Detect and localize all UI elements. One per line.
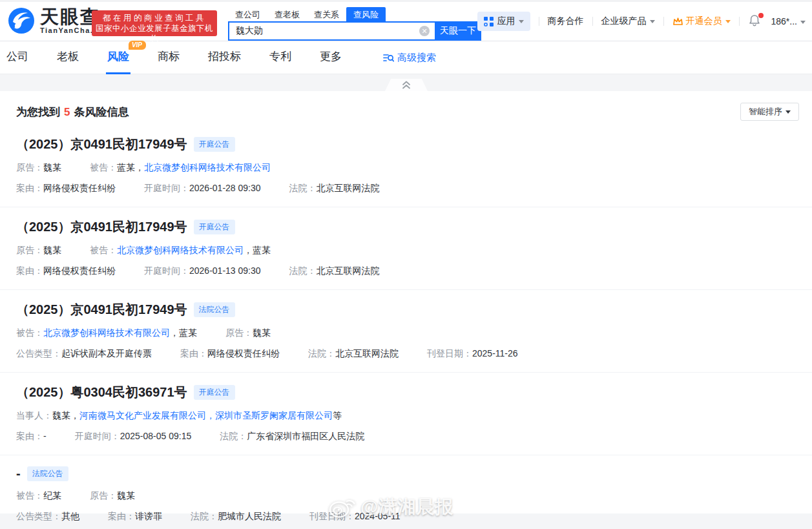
crown-icon [672, 17, 683, 26]
summary-prefix: 为您找到 [16, 106, 60, 118]
announcement-type-tag: 法院公告 [27, 466, 68, 481]
field-value: 北京互联网法院 [317, 183, 380, 193]
results-panel: 为您找到5条风险信息 智能排序 （2025）京0491民初17949号开庭公告原… [0, 91, 812, 513]
promo-banner-line1: 都在用的商业查询工具 [92, 13, 217, 23]
clear-search-icon[interactable]: ✕ [419, 26, 430, 36]
field-value: 2026-01-13 09:30 [189, 265, 261, 276]
company-link[interactable]: ， [206, 410, 215, 420]
promo-banner-line2: 国家中小企业发展子基金旗下机构 [92, 23, 217, 44]
field-value: 其他 [61, 511, 79, 521]
promo-banner: 都在用的商业查询工具 国家中小企业发展子基金旗下机构 [92, 10, 217, 36]
search-tab-2[interactable]: 查关系 [307, 7, 346, 21]
field-value: 诽谤罪 [135, 511, 162, 521]
field-value: 魏某 [117, 490, 135, 501]
card-meta-row: 被告：北京微梦创科网络技术有限公司，蓝某原告：魏某 [16, 327, 796, 339]
field-value: 2025-11-26 [472, 348, 518, 358]
chevron-down-icon [650, 20, 655, 23]
announcement-type-tag: 开庭公告 [194, 220, 235, 234]
nav-tab-4[interactable]: 招投标 [207, 42, 242, 74]
notifications-bell[interactable] [748, 14, 762, 28]
field-value: 2025-08-05 09:15 [120, 431, 192, 441]
top-menu: 应用 商务合作 企业级产品 开通会员 186*... [477, 11, 806, 32]
notification-dot [758, 13, 764, 18]
company-link[interactable]: 北京微梦创科网络技术有限公司 [117, 245, 244, 255]
field-label: 刊登日期： [309, 511, 355, 521]
nav-tab-1[interactable]: 老板 [56, 42, 80, 74]
result-card: （2025）京0491民初17949号开庭公告原告：魏某被告：蓝某，北京微梦创科… [0, 125, 812, 207]
company-link[interactable]: 河南微马文化产业发展有限公司 [79, 410, 206, 420]
summary-suffix: 条风险信息 [74, 106, 129, 118]
account-menu[interactable]: 186*... [771, 16, 806, 26]
search-tab-0[interactable]: 查公司 [228, 7, 267, 21]
vip-badge: VIP [129, 41, 146, 50]
card-meta-row: 公告类型：起诉状副本及开庭传票案由：网络侵权责任纠纷法院：北京互联网法院刊登日期… [16, 347, 796, 360]
case-number-title[interactable]: （2025）京0491民初17949号 [16, 218, 187, 236]
card-meta-row: 被告：纪某原告：魏某 [16, 490, 796, 502]
case-number-title[interactable]: - [16, 466, 21, 481]
menu-divider [663, 17, 664, 26]
advanced-search-icon [383, 53, 394, 63]
case-number-title[interactable]: （2025）粤0304民初36971号 [16, 384, 187, 401]
chevron-down-icon [725, 20, 731, 23]
search-input[interactable] [228, 21, 435, 41]
nav-tab-0[interactable]: 公司 [5, 42, 30, 74]
field-label: 被告： [90, 162, 117, 172]
collapse-handle[interactable] [385, 79, 428, 91]
field-label: 被告： [90, 245, 117, 255]
nav-tab-6[interactable]: 更多 [318, 42, 343, 74]
search-tab-3[interactable]: 查风险 [346, 7, 386, 21]
result-cards: （2025）京0491民初17949号开庭公告原告：魏某被告：蓝某，北京微梦创科… [0, 125, 812, 529]
case-number-title[interactable]: （2025）京0491民初17949号 [16, 136, 187, 153]
business-cooperation-link[interactable]: 商务合作 [548, 16, 584, 27]
chevron-down-icon [800, 21, 806, 24]
field-label: 案由： [16, 183, 43, 193]
field-label: 法院： [289, 265, 317, 276]
field-label: 原告： [225, 327, 253, 338]
results-summary: 为您找到5条风险信息 [16, 105, 129, 119]
field-value: 魏某 [253, 327, 271, 338]
field-value: 北京互联网法院 [317, 265, 380, 276]
sort-dropdown-button[interactable]: 智能排序 [740, 103, 799, 121]
top-header: 天眼查 TianYanCha.com 都在用的商业查询工具 国家中小企业发展子基… [0, 0, 812, 40]
field-label: 案由： [16, 431, 43, 441]
results-header: 为您找到5条风险信息 智能排序 [0, 91, 812, 125]
result-card: （2025）粤0304民初36971号开庭公告当事人：魏某，河南微马文化产业发展… [0, 373, 812, 455]
field-label: 被告： [16, 490, 43, 501]
field-value: ，蓝某 [244, 245, 271, 255]
company-link[interactable]: 北京微梦创科网络技术有限公司 [43, 327, 170, 338]
menu-divider [539, 17, 539, 26]
field-value: 起诉状副本及开庭传票 [61, 348, 152, 358]
nav-tab-3[interactable]: 商标 [156, 42, 181, 74]
advanced-search-button[interactable]: 高级搜索 [383, 52, 436, 64]
field-label: 开庭时间： [75, 431, 120, 441]
search-tab-1[interactable]: 查老板 [267, 7, 307, 21]
nav-tab-5[interactable]: 专利 [268, 42, 293, 74]
field-label: 原告： [16, 162, 43, 172]
card-meta-row: 案由：-开庭时间：2025-08-05 09:15法院：广东省深圳市福田区人民法… [16, 430, 796, 442]
field-label: 原告： [90, 490, 117, 501]
field-label: 公告类型： [16, 511, 61, 521]
double-chevron-up-icon [401, 80, 411, 90]
case-number-title[interactable]: （2025）京0491民初17949号 [16, 301, 187, 318]
card-meta-row: 当事人：魏某，河南微马文化产业发展有限公司，深圳市圣斯罗阑家居有限公司等 [16, 410, 796, 422]
grid-icon [484, 17, 494, 26]
result-card: -法院公告被告：纪某原告：魏某公告类型：其他案由：诽谤罪法院：肥城市人民法院刊登… [0, 455, 812, 529]
chevron-down-icon [519, 20, 524, 23]
advanced-search-label: 高级搜索 [397, 52, 436, 64]
field-value: 魏某 [43, 162, 61, 172]
nav-tab-2[interactable]: 风险VIP [106, 42, 130, 74]
company-link[interactable]: 深圳市圣斯罗阑家居有限公司 [215, 410, 333, 420]
field-label: 法院： [220, 431, 247, 441]
search-button[interactable]: 天眼一下 [435, 21, 481, 41]
company-link[interactable]: 北京微梦创科网络技术有限公司 [144, 162, 271, 172]
tianyancha-logo-icon [8, 7, 35, 34]
field-value: 等 [333, 410, 342, 420]
apps-menu-button[interactable]: 应用 [477, 12, 530, 31]
field-label: 案由： [180, 348, 207, 358]
open-membership-link[interactable]: 开通会员 [672, 16, 731, 27]
field-label: 法院： [308, 348, 335, 358]
menu-divider [592, 17, 593, 26]
result-card: （2025）京0491民初17949号法院公告被告：北京微梦创科网络技术有限公司… [0, 290, 812, 373]
field-value: 2026-01-28 09:30 [189, 183, 261, 193]
enterprise-products-link[interactable]: 企业级产品 [601, 16, 655, 27]
